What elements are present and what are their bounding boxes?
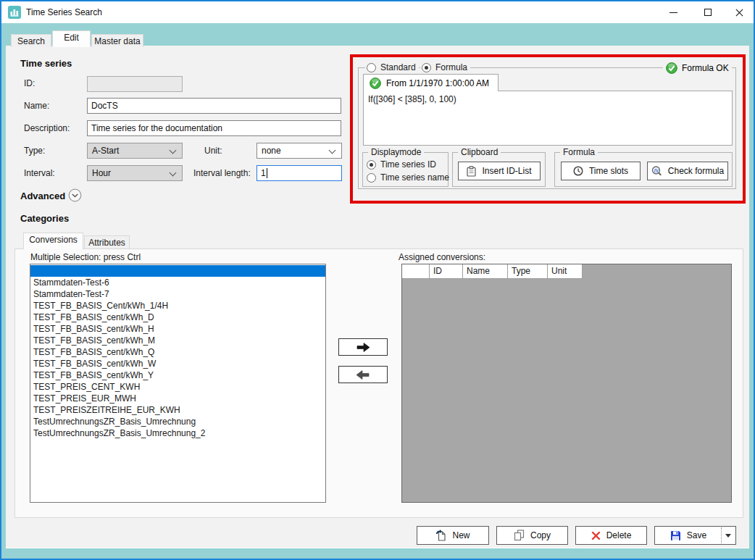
categories-heading: Categories — [20, 213, 69, 224]
svg-text:fx: fx — [654, 167, 659, 173]
new-button-label: New — [452, 530, 470, 540]
save-button-label: Save — [687, 530, 706, 540]
list-item[interactable]: TEST_FB_BASIS_Cent/kWh_1/4H — [30, 300, 325, 312]
assigned-table-header: IDNameTypeUnit — [402, 264, 583, 279]
list-item[interactable]: TEST_FB_BASIS_cent/kWh_H — [30, 323, 325, 335]
new-button[interactable]: New — [417, 526, 489, 545]
list-item[interactable]: TEST_FB_BASIS_cent/kWh_Q — [30, 346, 325, 358]
clock-icon — [573, 166, 583, 176]
conversions-listbox[interactable]: Stammdaten-Test-6Stammdaten-Test-7TEST_F… — [30, 264, 326, 503]
check-ok-icon — [370, 78, 381, 89]
expander-chevron-icon[interactable] — [68, 188, 82, 202]
clipboard-icon — [467, 166, 476, 177]
delete-button-label: Delete — [606, 530, 632, 540]
chevron-down-icon — [329, 147, 336, 154]
formula-radio[interactable]: Formula — [420, 62, 470, 72]
copy-button[interactable]: Copy — [496, 526, 568, 545]
advanced-heading: Advanced — [20, 191, 65, 201]
save-button[interactable]: Save — [654, 526, 736, 545]
assigned-conversions-label: Assigned conversions: — [399, 252, 485, 262]
save-dropdown-button[interactable] — [721, 527, 735, 543]
new-document-icon — [435, 530, 446, 541]
column-header[interactable]: ID — [430, 264, 463, 279]
tab-conversions[interactable]: Conversions — [23, 233, 83, 249]
interval-length-label: Interval length: — [193, 168, 251, 178]
insert-id-list-label: Insert ID-List — [482, 166, 531, 176]
interval-select[interactable]: Hour — [87, 165, 183, 181]
text-caret — [267, 168, 267, 178]
column-header[interactable]: Type — [508, 264, 548, 279]
check-ok-icon — [666, 62, 677, 74]
formula-from-tab[interactable]: From 1/1/1970 1:00:00 AM — [363, 74, 499, 91]
time-series-heading: Time series — [20, 58, 72, 69]
list-item[interactable]: TEST_FB_BASIS_cent/kWh_D — [30, 312, 325, 323]
column-header[interactable]: Name — [463, 264, 508, 279]
copy-button-label: Copy — [530, 530, 551, 540]
chevron-down-icon — [170, 147, 177, 154]
tab-master-data[interactable]: Master data — [91, 34, 143, 47]
name-label: Name: — [24, 101, 49, 111]
tab-edit[interactable]: Edit — [52, 30, 91, 47]
multiple-selection-hint: Multiple Selection: press Ctrl — [30, 252, 141, 262]
interval-length-field[interactable]: 1 — [256, 165, 342, 181]
name-field[interactable]: DocTS — [87, 98, 341, 114]
list-item[interactable]: TEST_FB_BASIS_cent/kWh_M — [30, 335, 325, 346]
formula-check-icon: fx — [651, 166, 662, 177]
radio-icon — [367, 173, 376, 183]
list-item[interactable]: TEST_PREIS_CENT_KWH — [30, 381, 325, 393]
list-item[interactable]: Stammdaten-Test-7 — [30, 288, 325, 300]
from-tab-label: From 1/1/1970 1:00:00 AM — [386, 78, 489, 88]
standard-radio[interactable]: Standard — [365, 62, 419, 72]
description-field[interactable]: Time series for the documentation — [87, 120, 341, 136]
list-item[interactable]: TEST_FB_BASIS_cent/kWh_Y — [30, 369, 325, 381]
timeseries-id-radio[interactable]: Time series ID — [365, 159, 439, 170]
tab-search[interactable]: Search — [11, 34, 51, 47]
list-item[interactable]: TEST_PREISZEITREIHE_EUR_KWH — [30, 404, 325, 416]
close-icon — [735, 8, 744, 17]
list-item[interactable]: TEST_FB_BASIS_cent/kWh_W — [30, 358, 325, 369]
id-label: ID: — [24, 78, 35, 88]
caret-down-icon — [725, 534, 731, 538]
delete-button[interactable]: Delete — [575, 526, 647, 545]
formula-radio-label: Formula — [435, 62, 467, 72]
minimize-icon — [670, 12, 677, 13]
displaymode-legend: Displaymode — [368, 147, 424, 157]
unassign-left-button[interactable] — [338, 366, 388, 383]
formula-textarea[interactable]: If([306] < [385], 0, 100) — [363, 91, 733, 146]
maximize-button[interactable] — [691, 1, 724, 23]
list-item[interactable] — [30, 265, 325, 277]
unit-select[interactable]: none — [256, 143, 342, 159]
type-select[interactable]: A-Start — [87, 143, 183, 159]
title-bar: Time Series Search — [1, 1, 754, 23]
tab-attributes-label: Attributes — [88, 238, 125, 248]
column-header[interactable] — [402, 264, 430, 279]
formula-ok-status: Formula OK — [663, 62, 732, 74]
insert-id-list-button[interactable]: Insert ID-List — [458, 162, 541, 180]
check-formula-label: Check formula — [668, 166, 724, 176]
tab-attributes[interactable]: Attributes — [84, 235, 130, 248]
time-slots-button[interactable]: Time slots — [561, 162, 641, 180]
unit-label: Unit: — [204, 146, 222, 156]
list-item[interactable]: TEST_PREIS_EUR_MWH — [30, 393, 325, 404]
close-button[interactable] — [723, 1, 755, 23]
chevron-down-icon — [170, 170, 177, 177]
maximize-icon — [704, 9, 712, 16]
tab-conversions-label: Conversions — [29, 235, 78, 249]
assign-right-button[interactable] — [338, 338, 388, 356]
time-slots-label: Time slots — [589, 166, 628, 176]
assigned-conversions-grid[interactable]: IDNameTypeUnit — [401, 264, 732, 503]
minimize-button[interactable] — [657, 1, 690, 23]
radio-icon — [367, 160, 376, 170]
timeseries-name-radio[interactable]: Time series name — [365, 172, 452, 183]
list-item[interactable]: TestUmrechnungsZR_Basis_Umrechnung_2 — [30, 427, 325, 439]
list-item[interactable]: TestUmrechnungsZR_Basis_Umrechnung — [30, 416, 325, 427]
save-floppy-icon — [670, 530, 681, 541]
list-item[interactable]: Stammdaten-Test-6 — [30, 277, 325, 288]
timeseries-id-radio-label: Time series ID — [380, 159, 436, 170]
standard-radio-label: Standard — [380, 62, 416, 72]
arrow-right-icon — [354, 342, 372, 353]
window: Time Series Search Search Edit Master da… — [0, 0, 755, 560]
type-label: Type: — [24, 146, 45, 156]
check-formula-button[interactable]: fx Check formula — [647, 162, 728, 180]
column-header[interactable]: Unit — [548, 264, 583, 279]
